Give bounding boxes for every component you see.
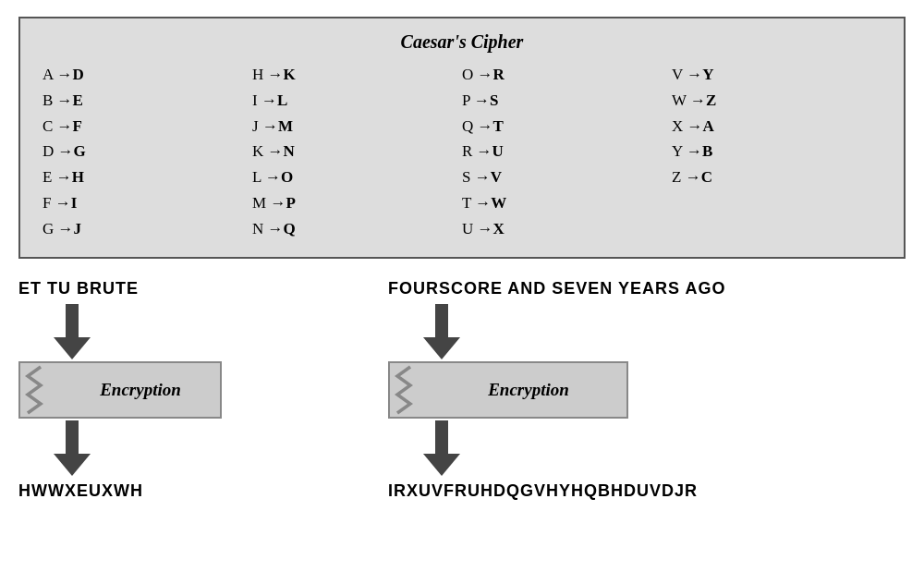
cipher-col-1: H →KI →LJ →MK →NL →OM →PN →Q	[252, 64, 462, 240]
example-1-ciphertext: HWWXEUXWH	[18, 481, 143, 501]
cipher-pair: F →I	[43, 192, 252, 214]
cipher-pair: T →W	[462, 192, 672, 214]
example-1-enc-box: Encryption	[18, 361, 222, 419]
cipher-col-0: A →DB →EC →FD →GE →HF →IG →J	[43, 64, 252, 240]
cipher-pair: U →X	[462, 218, 672, 240]
cipher-pair: Z →C	[672, 166, 881, 189]
cipher-pair: N →Q	[252, 218, 462, 240]
cipher-pair: P →S	[462, 90, 672, 112]
cipher-pair: E →H	[43, 166, 252, 189]
cipher-pair: V →Y	[672, 64, 881, 86]
example-1-arrow-bottom	[18, 419, 91, 478]
cipher-pair: R →U	[462, 140, 672, 163]
arrow-shaft-4	[435, 420, 448, 454]
cipher-pair: K →N	[252, 140, 462, 163]
arrow-shaft-3	[435, 304, 448, 337]
example-2-plaintext: FOURSCORE AND SEVEN YEARS AGO	[388, 279, 725, 298]
arrow-head-3	[423, 337, 460, 359]
zigzag-icon-2	[390, 363, 431, 417]
example-1-enc-label: Encryption	[61, 380, 220, 400]
cipher-pair: L →O	[252, 166, 462, 189]
example-2-arrow-bottom	[388, 419, 460, 478]
cipher-pair: W →Z	[672, 90, 881, 112]
arrow-head-2	[54, 454, 91, 476]
cipher-pair: D →G	[43, 140, 252, 163]
cipher-pair: I →L	[252, 90, 462, 112]
cipher-col-3: V →YW →ZX →AY →BZ →C	[672, 64, 881, 240]
example-1: ET TU BRUTE Encryption HWWXEUXWH	[18, 279, 296, 501]
cipher-pair: J →M	[252, 116, 462, 138]
arrow-head-4	[423, 454, 460, 476]
example-1-arrow-top	[18, 302, 91, 361]
arrow-shaft-2	[66, 420, 79, 454]
cipher-pair: G →J	[43, 218, 252, 240]
cipher-title: Caesar's Cipher	[43, 31, 881, 53]
example-2-enc-box: Encryption	[388, 361, 628, 419]
zigzag-icon-1	[20, 363, 61, 417]
examples-section: ET TU BRUTE Encryption HWWXEUXWH FOURSC	[18, 279, 906, 501]
cipher-pair: C →F	[43, 116, 252, 138]
cipher-pair: S →V	[462, 166, 672, 189]
cipher-pair: H →K	[252, 64, 462, 86]
cipher-pair: O →R	[462, 64, 672, 86]
cipher-grid: A →DB →EC →FD →GE →HF →IG →JH →KI →LJ →M…	[43, 64, 881, 240]
example-2-arrow-top	[388, 302, 460, 361]
example-2-ciphertext: IRXUVFRUHDQGVHYHQBHDUVDJR	[388, 481, 698, 501]
cipher-pair: A →D	[43, 64, 252, 86]
cipher-pair: M →P	[252, 192, 462, 214]
example-2-enc-label: Encryption	[431, 380, 626, 400]
cipher-pair: Y →B	[672, 140, 881, 163]
cipher-pair: Q →T	[462, 116, 672, 138]
cipher-pair: X →A	[672, 116, 881, 138]
example-2: FOURSCORE AND SEVEN YEARS AGO Encryption…	[388, 279, 906, 501]
cipher-col-2: O →RP →SQ →TR →US →VT →WU →X	[462, 64, 672, 240]
arrow-shaft	[66, 304, 79, 337]
cipher-pair: B →E	[43, 90, 252, 112]
cipher-table: Caesar's Cipher A →DB →EC →FD →GE →HF →I…	[18, 17, 906, 259]
example-1-plaintext: ET TU BRUTE	[18, 279, 139, 298]
arrow-head	[54, 337, 91, 359]
